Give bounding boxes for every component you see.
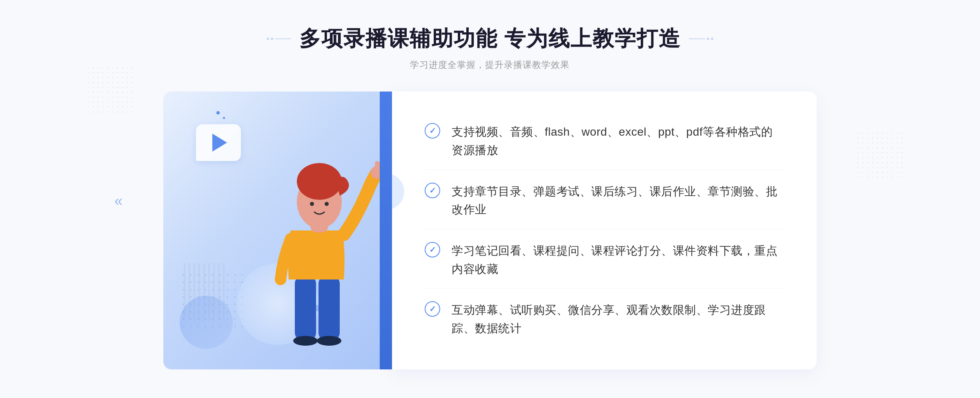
deco-line-right (689, 38, 705, 39)
svg-rect-11 (375, 161, 380, 174)
feature-text-1: 支持视频、音频、flash、word、excel、ppt、pdf等各种格式的资源… (452, 123, 784, 160)
deco-dot-4 (711, 38, 713, 40)
left-decorator (267, 38, 291, 40)
check-icon-1: ✓ (429, 127, 436, 135)
svg-point-8 (310, 202, 314, 206)
feature-item-2: ✓ 支持章节目录、弹题考试、课后练习、课后作业、章节测验、批改作业 (425, 173, 784, 230)
play-icon (212, 134, 227, 152)
svg-rect-2 (318, 275, 340, 341)
check-circle-4: ✓ (425, 301, 440, 317)
features-panel: ✓ 支持视频、音频、flash、word、excel、ppt、pdf等各种格式的… (392, 92, 817, 369)
check-icon-3: ✓ (429, 246, 436, 254)
check-icon-2: ✓ (429, 186, 436, 195)
content-section: ✓ 支持视频、音频、flash、word、excel、ppt、pdf等各种格式的… (163, 92, 817, 369)
svg-point-3 (293, 336, 318, 346)
header-decorators: 多项录播课辅助功能 专为线上教学打造 (267, 25, 713, 53)
blue-side-bar (380, 92, 392, 369)
feature-text-2: 支持章节目录、弹题考试、课后练习、课后作业、章节测验、批改作业 (452, 183, 784, 219)
feature-item-3: ✓ 学习笔记回看、课程提问、课程评论打分、课件资料下载，重点内容收藏 (425, 232, 784, 289)
deco-line-left (275, 38, 291, 39)
right-decorator (689, 38, 713, 40)
dot-pattern-left (86, 65, 135, 114)
deco-dot-3 (707, 38, 709, 40)
svg-point-9 (325, 202, 329, 206)
dot-pattern-right (855, 131, 904, 180)
svg-point-7 (297, 163, 342, 200)
deco-dot-1 (267, 38, 269, 40)
main-title: 多项录播课辅助功能 专为线上教学打造 (299, 25, 681, 53)
svg-rect-1 (295, 275, 316, 341)
human-figure-illustration (250, 132, 389, 369)
left-chevrons-deco: « (114, 192, 122, 210)
feature-item-1: ✓ 支持视频、音频、flash、word、excel、ppt、pdf等各种格式的… (425, 113, 784, 170)
sparkle-deco (216, 111, 225, 119)
check-circle-2: ✓ (425, 183, 440, 198)
feature-text-3: 学习笔记回看、课程提问、课程评论打分、课件资料下载，重点内容收藏 (452, 242, 784, 279)
page-container: « 多项录播课辅助功能 专为线上教学打造 学习进度全掌握，提升录播课教学效果 (0, 0, 980, 398)
deco-dot-2 (271, 38, 273, 40)
chevron-left-icon: « (114, 192, 122, 210)
feature-text-4: 互动弹幕、试听购买、微信分享、观看次数限制、学习进度跟踪、数据统计 (452, 301, 784, 338)
blue-circle-deco (180, 296, 233, 349)
sparkle-dot-2 (223, 117, 225, 119)
sparkle-dot-1 (216, 111, 220, 114)
illustration-area (163, 92, 392, 369)
check-circle-3: ✓ (425, 242, 440, 257)
feature-item-4: ✓ 互动弹幕、试听购买、微信分享、观看次数限制、学习进度跟踪、数据统计 (425, 291, 784, 348)
svg-point-4 (317, 336, 341, 346)
check-icon-4: ✓ (429, 305, 436, 313)
header-section: 多项录播课辅助功能 专为线上教学打造 学习进度全掌握，提升录播课教学效果 (267, 25, 713, 71)
check-circle-1: ✓ (425, 123, 440, 139)
play-bubble (196, 124, 241, 161)
sub-title: 学习进度全掌握，提升录播课教学效果 (267, 59, 713, 71)
